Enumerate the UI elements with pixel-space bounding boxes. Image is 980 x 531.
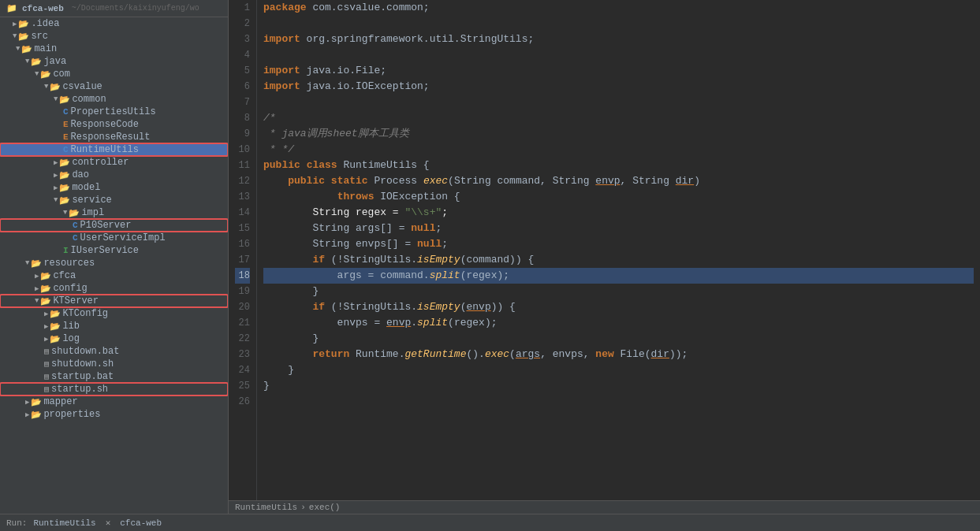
tree-item-src[interactable]: ▼ 📂 src xyxy=(0,30,228,43)
folder-icon: 📂 xyxy=(31,397,42,407)
code-line-10: * */ xyxy=(263,142,974,158)
code-line-4 xyxy=(263,47,974,63)
class-e-icon: E xyxy=(63,120,69,129)
tree-item-RuntimeUtils[interactable]: C RuntimeUtils xyxy=(0,143,228,156)
tree-item-cfca[interactable]: ▶ 📂 cfca xyxy=(0,269,228,282)
project-tab[interactable]: cfca-web xyxy=(120,518,162,528)
class-c-icon: C xyxy=(63,145,69,154)
breadcrumb: RuntimeUtils › exec() xyxy=(229,500,980,514)
collapse-arrow: ▶ xyxy=(44,335,48,343)
tree-item-controller[interactable]: ▶ 📂 controller xyxy=(0,156,228,169)
tree-item-model[interactable]: ▶ 📂 model xyxy=(0,181,228,194)
tree-item-resources[interactable]: ▼ 📂 resources xyxy=(0,257,228,269)
class-e-icon: E xyxy=(63,132,69,142)
folder-icon: 📂 xyxy=(50,321,61,332)
tree-item-service[interactable]: ▼ 📂 service xyxy=(0,194,228,206)
tree-item-common[interactable]: ▼ 📂 common xyxy=(0,93,228,106)
code-line-5: import java.io.File; xyxy=(263,63,974,79)
folder-icon: 📂 xyxy=(50,309,61,319)
tree-item-ResponseCode[interactable]: E ResponseCode xyxy=(0,118,228,131)
tree-item-main[interactable]: ▼ 📂 main xyxy=(0,43,228,55)
expand-arrow: ▼ xyxy=(13,32,17,40)
project-title: cfca-web xyxy=(22,4,64,13)
folder-icon: 📂 xyxy=(18,19,29,29)
bat-icon: ▤ xyxy=(44,372,49,381)
code-line-16: String envps[] = null; xyxy=(263,236,974,252)
tree-item-config[interactable]: ▶ 📂 config xyxy=(0,282,228,295)
tree-item-dao[interactable]: ▶ 📂 dao xyxy=(0,169,228,181)
breadcrumb-separator: › xyxy=(300,503,306,512)
main-container: 📁 cfca-web ~/Documents/kaixinyufeng/wo ▶… xyxy=(0,0,980,514)
run-label: Run: xyxy=(6,518,27,528)
folder-icon: 📂 xyxy=(31,258,42,269)
tree-item-PropertiesUtils[interactable]: C PropertiesUtils xyxy=(0,106,228,118)
code-line-17: if (!StringUtils.isEmpty(command)) { xyxy=(263,252,974,268)
tree-item-ResponseResult[interactable]: E ResponseResult xyxy=(0,131,228,143)
tree-item-com[interactable]: ▼ 📂 com xyxy=(0,68,228,80)
code-line-7 xyxy=(263,95,974,110)
expand-arrow: ▼ xyxy=(25,58,29,65)
code-line-26 xyxy=(263,394,974,410)
breadcrumb-method: exec() xyxy=(309,503,341,512)
folder-icon: 📂 xyxy=(21,44,32,54)
code-line-22: } xyxy=(263,331,974,347)
expand-arrow: ▼ xyxy=(35,70,39,78)
folder-icon: 📂 xyxy=(31,57,42,67)
sidebar-header: 📁 cfca-web ~/Documents/kaixinyufeng/wo xyxy=(0,0,228,17)
code-line-11: public class RuntimeUtils { xyxy=(263,158,974,173)
tree-item-startup-sh[interactable]: ▤ startup.sh xyxy=(0,383,228,395)
folder-icon: 📂 xyxy=(59,183,70,193)
code-line-25: } xyxy=(263,378,974,394)
class-c-icon: C xyxy=(63,107,69,117)
bottom-bar: Run: RuntimeUtils ✕ cfca-web xyxy=(0,514,980,531)
collapse-arrow: ▶ xyxy=(13,20,17,28)
code-line-24: } xyxy=(263,362,974,378)
expand-arrow: ▼ xyxy=(54,196,58,204)
line-numbers: 1 2 3 4 5 6 7 8 9 10 11 12 13 14 15 16 1… xyxy=(229,0,257,500)
tree-item-log[interactable]: ▶ 📂 log xyxy=(0,332,228,345)
tree-item-properties[interactable]: ▶ 📂 properties xyxy=(0,408,228,421)
tree-item-KTServer[interactable]: ▼ 📂 KTServer xyxy=(0,295,228,307)
tree-item-IUserService[interactable]: I IUserService xyxy=(0,244,228,257)
tree-item-startup-bat[interactable]: ▤ startup.bat xyxy=(0,370,228,383)
tree-item-shutdown-bat[interactable]: ▤ shutdown.bat xyxy=(0,345,228,358)
code-editor: 1 2 3 4 5 6 7 8 9 10 11 12 13 14 15 16 1… xyxy=(229,0,980,514)
expand-arrow: ▼ xyxy=(35,297,39,305)
folder-icon: 📂 xyxy=(31,410,42,420)
tree-item-java[interactable]: ▼ 📂 java xyxy=(0,55,228,68)
tree-item-KTConfig[interactable]: ▶ 📂 KTConfig xyxy=(0,307,228,320)
tree-item-mapper[interactable]: ▶ 📂 mapper xyxy=(0,395,228,408)
code-line-9: * java调用sheet脚本工具类 xyxy=(263,126,974,142)
tree-item-shutdown-sh[interactable]: ▤ shutdown.sh xyxy=(0,358,228,370)
project-path: ~/Documents/kaixinyufeng/wo xyxy=(72,4,199,13)
tree-item-UserServiceImpl[interactable]: C UserServiceImpl xyxy=(0,232,228,244)
tree-item-lib[interactable]: ▶ 📂 lib xyxy=(0,320,228,332)
expand-arrow: ▼ xyxy=(25,259,29,267)
expand-arrow: ▼ xyxy=(54,95,58,103)
expand-arrow: ▼ xyxy=(63,209,67,217)
code-line-15: String args[] = null; xyxy=(263,221,974,236)
sh-icon: ▤ xyxy=(44,384,49,394)
tree-item-csvalue[interactable]: ▼ 📂 csvalue xyxy=(0,80,228,93)
folder-icon: 📂 xyxy=(50,82,61,92)
bat-icon: ▤ xyxy=(44,347,49,356)
sh-icon: ▤ xyxy=(44,359,49,369)
folder-icon: 📂 xyxy=(40,296,51,306)
folder-icon: 📂 xyxy=(40,284,51,294)
folder-icon: 📂 xyxy=(50,334,61,344)
tree-item-P10Server[interactable]: C P10Server xyxy=(0,219,228,232)
folder-icon: 📂 xyxy=(40,69,51,80)
file-tree-sidebar: 📁 cfca-web ~/Documents/kaixinyufeng/wo ▶… xyxy=(0,0,229,514)
folder-icon: 📂 xyxy=(69,208,80,218)
collapse-arrow: ▶ xyxy=(35,272,39,280)
code-line-23: return Runtime.getRuntime().exec(args, e… xyxy=(263,347,974,362)
project-icon: 📁 xyxy=(6,3,17,13)
run-file[interactable]: RuntimeUtils xyxy=(33,518,95,528)
tree-content: ▶ 📂 .idea ▼ 📂 src ▼ 📂 main ▼ 📂 java xyxy=(0,17,228,421)
tree-item-idea[interactable]: ▶ 📂 .idea xyxy=(0,17,228,30)
tree-item-impl[interactable]: ▼ 📂 impl xyxy=(0,206,228,219)
code-line-19: } xyxy=(263,284,974,299)
folder-icon: 📂 xyxy=(40,271,51,281)
code-line-3: import org.springframework.util.StringUt… xyxy=(263,32,974,47)
code-line-1: package com.csvalue.common; xyxy=(263,0,974,16)
